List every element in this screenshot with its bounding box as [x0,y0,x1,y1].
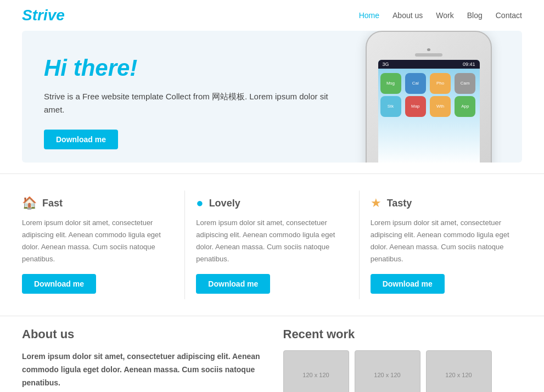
app-weather: Wth [430,96,451,117]
feature-tasty-title: Tasty [387,198,412,209]
nav-work[interactable]: Work [436,11,453,20]
recent-work-title: Recent work [283,327,523,341]
features-section: 🏠 Fast Lorem ipsum dolor sit amet, conse… [0,173,544,310]
feature-lovely-title: Lovely [209,198,240,209]
hero-download-button[interactable]: Download me [44,130,118,149]
thumbnails-grid: 120 x 120 120 x 120 120 x 120 [283,350,523,392]
app-calendar: Cal [405,73,426,94]
app-messages: Msg [380,73,401,94]
hero-description: Strive is a Free website template Collec… [44,90,329,116]
feature-tasty-download-button[interactable]: Download me [371,274,445,294]
nav-blog[interactable]: Blog [467,11,483,20]
feature-fast-download-button[interactable]: Download me [22,274,96,294]
app-stocks: Stk [380,96,401,117]
app-photos: Pho [430,73,451,94]
nav-contact[interactable]: Contact [496,11,522,20]
hero-phone-image: 3G 09:41 Msg Cal Pho Cam Stk Map Wth App [352,31,506,163]
hero-title: Hi there! [44,55,329,81]
hero-section: Hi there! Strive is a Free website templ… [22,31,522,163]
app-camera: Cam [455,73,475,94]
thumbnail-1[interactable]: 120 x 120 [283,350,349,392]
feature-lovely-header: ● Lovely [196,196,347,210]
iphone-mockup: 3G 09:41 Msg Cal Pho Cam Stk Map Wth App [366,31,492,163]
house-icon: 🏠 [22,196,37,210]
nav-home[interactable]: Home [359,11,379,20]
hero-text: Hi there! Strive is a Free website templ… [44,55,329,149]
about-us-title: About us [22,327,261,341]
iphone-screen: 3G 09:41 Msg Cal Pho Cam Stk Map Wth App [378,60,480,163]
recent-work-section: Recent work 120 x 120 120 x 120 120 x 12… [283,327,523,392]
iphone-apps: Msg Cal Pho Cam Stk Map Wth App [378,71,480,119]
feature-tasty-desc: Lorem ipsum dolor sit amet, consectetuer… [371,217,522,265]
bottom-section: About us Lorem ipsum dolor sit amet, con… [0,316,544,392]
thumbnail-2[interactable]: 120 x 120 [355,350,420,392]
about-us-section: About us Lorem ipsum dolor sit amet, con… [22,327,261,392]
iphone-speaker [415,53,442,56]
gear-icon: ● [196,196,203,210]
feature-lovely-download-button[interactable]: Download me [196,274,270,294]
about-bold-text: Lorem ipsum dolor sit amet, consectetuer… [22,350,261,389]
feature-fast-header: 🏠 Fast [22,196,173,210]
nav-about[interactable]: About us [392,11,423,20]
iphone-camera [427,48,430,51]
feature-fast-title: Fast [42,198,63,209]
navigation: Home About us Work Blog Contact [359,11,522,20]
feature-fast-desc: Lorem ipsum dolor sit amet, consectetuer… [22,217,173,265]
app-misc: App [455,96,475,117]
feature-lovely: ● Lovely Lorem ipsum dolor sit amet, con… [185,191,359,299]
iphone-signal: 3G [383,61,389,67]
star-icon: ★ [371,196,382,210]
feature-tasty-header: ★ Tasty [371,196,522,210]
app-maps: Map [405,96,426,117]
iphone-time: 09:41 [463,61,475,67]
thumbnail-3[interactable]: 120 x 120 [426,350,492,392]
feature-lovely-desc: Lorem ipsum dolor sit amet, consectetuer… [196,217,347,265]
feature-tasty: ★ Tasty Lorem ipsum dolor sit amet, cons… [360,191,522,299]
feature-fast: 🏠 Fast Lorem ipsum dolor sit amet, conse… [22,191,185,299]
iphone-statusbar: 3G 09:41 [378,60,480,69]
logo: Strive [22,7,65,24]
header: Strive Home About us Work Blog Contact [0,0,544,31]
